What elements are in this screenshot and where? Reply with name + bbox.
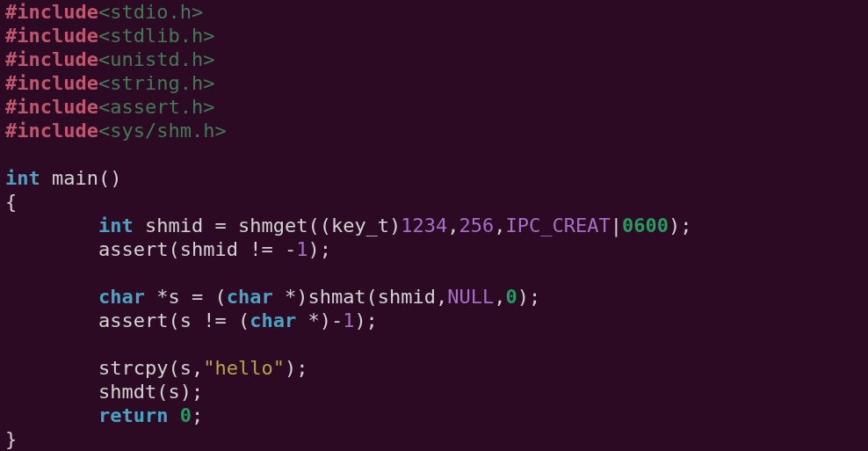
statement: char *s = (char *)shmat(shmid,NULL,0); — [98, 286, 540, 308]
statement: shmdt(s); — [98, 381, 203, 403]
brace-open: { — [5, 191, 17, 213]
header-name: <string.h> — [98, 72, 214, 94]
preprocessor-directive: #include — [5, 72, 98, 94]
keyword-return: return — [98, 404, 168, 426]
number-literal: 256 — [459, 215, 495, 236]
comma: , — [494, 286, 505, 308]
brace-close: } — [5, 428, 17, 450]
space — [168, 404, 179, 426]
number-literal: 0 — [506, 286, 517, 308]
code-text: ); — [354, 309, 378, 331]
semicolon: ; — [192, 404, 203, 426]
code-text: ); — [285, 357, 308, 379]
code-text: shmid = shmget((key_t) — [134, 215, 401, 236]
header-name: <sys/shm.h> — [98, 120, 227, 142]
keyword-char: char — [250, 309, 296, 331]
parens: () — [98, 167, 122, 189]
header-name: <unistd.h> — [98, 48, 214, 70]
string-literal: "hello" — [203, 357, 285, 379]
include-line: #include<stdlib.h> — [5, 25, 214, 47]
code-text: ); — [669, 215, 692, 236]
main-signature: int main() — [5, 167, 121, 189]
code-text: assert(s != ( — [98, 309, 250, 331]
preprocessor-directive: #include — [5, 96, 98, 118]
include-line: #include<stdio.h> — [5, 1, 203, 23]
include-line: #include<unistd.h> — [5, 48, 214, 70]
header-name: <stdio.h> — [98, 1, 203, 23]
constant-null: NULL — [447, 286, 494, 308]
number-literal: 1 — [296, 238, 307, 260]
preprocessor-directive: #include — [5, 1, 98, 23]
comma: , — [494, 215, 505, 236]
function-name: main — [52, 167, 98, 189]
statement: int shmid = shmget((key_t)1234,256,IPC_C… — [98, 215, 692, 236]
code-text: ); — [307, 238, 331, 260]
include-line: #include<sys/shm.h> — [5, 120, 227, 142]
code-text: assert(shmid != - — [98, 238, 296, 260]
include-line: #include<assert.h> — [5, 96, 214, 118]
header-name: <stdlib.h> — [98, 25, 214, 47]
comma: , — [447, 215, 459, 236]
keyword-char: char — [98, 286, 145, 308]
code-text: *s = ( — [145, 286, 227, 308]
include-line: #include<string.h> — [5, 72, 214, 94]
keyword-char: char — [227, 286, 273, 308]
code-block: #include<stdio.h> #include<stdlib.h> #in… — [0, 0, 868, 451]
statement: return 0; — [98, 404, 203, 426]
number-literal: 0 — [180, 404, 192, 426]
header-name: <assert.h> — [98, 96, 214, 118]
preprocessor-directive: #include — [5, 120, 98, 142]
code-text: *)shmat(shmid, — [273, 286, 448, 308]
statement: assert(s != (char *)-1); — [98, 309, 378, 331]
keyword-int: int — [98, 215, 134, 236]
number-literal: 1234 — [401, 215, 447, 236]
preprocessor-directive: #include — [5, 25, 98, 47]
pipe: | — [611, 215, 622, 236]
preprocessor-directive: #include — [5, 48, 98, 70]
number-literal: 0600 — [622, 215, 669, 236]
code-text: ); — [517, 286, 541, 308]
code-text: strcpy(s, — [98, 357, 203, 379]
statement: assert(shmid != -1); — [98, 238, 331, 260]
keyword-int: int — [5, 167, 40, 189]
code-text: *)- — [296, 309, 343, 331]
number-literal: 1 — [343, 309, 354, 331]
constant: IPC_CREAT — [506, 215, 611, 236]
statement: strcpy(s,"hello"); — [98, 357, 307, 379]
